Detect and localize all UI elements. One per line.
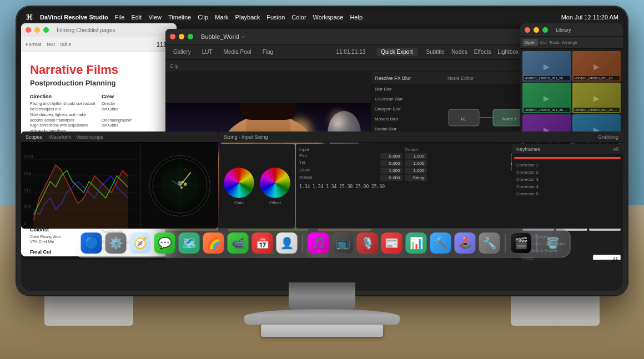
media-tools-btn[interactable]: Tools bbox=[549, 40, 560, 45]
menu-item-mark[interactable]: Mark bbox=[215, 14, 228, 21]
media-thumb-3[interactable]: ▶ H5010C_240810_001_2K.mov bbox=[522, 83, 571, 113]
zoom-out-row: 1.000 bbox=[405, 168, 508, 174]
lightbox-btn[interactable]: Lightbox bbox=[497, 49, 519, 55]
rotate-output-value[interactable]: String bbox=[405, 175, 427, 181]
nodes-btn[interactable]: Nodes bbox=[451, 49, 467, 55]
dock-xcode[interactable]: 🔨 bbox=[430, 232, 451, 254]
node-editor-header: Node Editor bbox=[443, 72, 523, 84]
menu-item-view[interactable]: View bbox=[148, 14, 162, 21]
media-close[interactable] bbox=[525, 27, 530, 33]
media-thumb-2[interactable]: ▶ H5010C_240810_001_2K.mov bbox=[572, 51, 621, 82]
media-maximize[interactable] bbox=[542, 27, 548, 33]
close-button[interactable] bbox=[26, 27, 31, 33]
scopes-panel: Scopes Waveform Vectorscope bbox=[21, 132, 218, 229]
macos-dock: 🔵 ⚙️ 🧭 💬 🗺️ 🌈 📹 📅 👤 🎵 📺 🎙️ 📰 📊 bbox=[74, 229, 571, 257]
doc-toolbar-format[interactable]: Format bbox=[26, 42, 42, 47]
menu-item-help[interactable]: Help bbox=[350, 14, 363, 21]
toolbar-gallery[interactable]: Gallery bbox=[170, 48, 194, 56]
dock-numbers[interactable]: 📊 bbox=[406, 232, 427, 254]
keyframe-corrector3[interactable]: Corrector 3 bbox=[514, 176, 621, 183]
dock-calendar[interactable]: 📅 bbox=[252, 232, 273, 254]
menu-item-fusion[interactable]: Fusion bbox=[266, 14, 285, 21]
zoom-input-value[interactable]: 1.000 bbox=[380, 168, 402, 174]
subtitle-btn[interactable]: Subtitle bbox=[426, 49, 445, 55]
apple-menu-icon[interactable]: ⌘ bbox=[26, 13, 33, 22]
maximize-button[interactable] bbox=[43, 27, 49, 33]
toolbar-flag[interactable]: Flag bbox=[259, 48, 276, 56]
dock-facetime[interactable]: 📹 bbox=[228, 232, 249, 254]
dock-photos[interactable]: 🌈 bbox=[203, 232, 224, 254]
menu-time: Mon Jul 12 11:20 AM bbox=[561, 14, 618, 21]
keyframe-corrector4[interactable]: Corrector 4 bbox=[514, 183, 621, 190]
dock-trash[interactable]: 🗑️ bbox=[542, 232, 564, 254]
menu-item-clip[interactable]: Clip bbox=[198, 14, 208, 21]
menu-item-workspace[interactable]: Workspace bbox=[313, 14, 344, 21]
fx-item-mosaic[interactable]: Mosaic Blur bbox=[371, 114, 443, 124]
dock-podcasts[interactable]: 🎙️ bbox=[357, 232, 378, 254]
vectorscope-label[interactable]: Vectorscope bbox=[76, 134, 104, 140]
menu-item-timeline[interactable]: Timeline bbox=[168, 14, 191, 21]
clip-label[interactable]: Clip bbox=[170, 63, 179, 69]
keyframe-corrector5[interactable]: Corrector 5 bbox=[514, 190, 621, 198]
tilt-output-value[interactable]: 1.000 bbox=[405, 160, 427, 166]
menu-item-file[interactable]: File bbox=[115, 14, 125, 21]
dock-messages[interactable]: 💬 bbox=[154, 232, 175, 254]
gain-wheel[interactable] bbox=[224, 168, 254, 198]
quick-export-btn[interactable]: Quick Export bbox=[376, 48, 417, 56]
fx-item-sharpen[interactable]: Sharpen Blur bbox=[371, 104, 443, 114]
keyframe-corrector1[interactable]: Corrector 1 bbox=[514, 161, 621, 169]
offset-wheel[interactable] bbox=[260, 168, 290, 198]
tilt-input-value[interactable]: 0.000 bbox=[380, 160, 402, 166]
fx-item-blur-blur[interactable]: Blur Blur bbox=[371, 84, 443, 94]
waveform-label[interactable]: Waveform bbox=[49, 134, 72, 140]
doc-toolbar-text[interactable]: Text bbox=[46, 42, 56, 47]
scopes-header: Scopes Waveform Vectorscope bbox=[21, 132, 218, 143]
media-arrange-btn[interactable]: Arrange bbox=[562, 40, 577, 45]
dock-maps[interactable]: 🗺️ bbox=[179, 232, 200, 254]
dock-music[interactable]: 🎵 bbox=[308, 232, 329, 254]
media-cut-btn[interactable]: Cut bbox=[540, 40, 547, 45]
pan-output-value[interactable]: 1.000 bbox=[405, 153, 427, 159]
media-filename-2: H5010C_240810_001_2K.mov bbox=[573, 76, 620, 80]
tilt-out-row: 1.000 bbox=[405, 160, 508, 166]
gain-wheel-container: Gain bbox=[224, 168, 254, 205]
toolbar-media-pool[interactable]: Media Pool bbox=[220, 48, 255, 56]
center-bottom-panels: Sizing - Input Sizing Grabbing bbox=[219, 132, 623, 229]
dock-news[interactable]: 📰 bbox=[381, 232, 402, 254]
menu-item-color[interactable]: Color bbox=[291, 14, 306, 21]
sizing-header-bar: Sizing - Input Sizing Grabbing bbox=[219, 132, 623, 143]
resolve-minimize[interactable] bbox=[179, 34, 184, 39]
media-thumb-4[interactable]: ▶ H5010C_240810_001_2K.mov bbox=[572, 83, 621, 113]
doc-subtitle: Postproduction Planning bbox=[30, 79, 168, 87]
media-minimize[interactable] bbox=[534, 27, 539, 33]
resolve-maximize[interactable] bbox=[188, 34, 193, 39]
fx-item-gaussian[interactable]: Gaussian Blur bbox=[371, 94, 443, 104]
pan-input-value[interactable]: 0.000 bbox=[380, 153, 402, 159]
dock-arcade[interactable]: 🕹️ bbox=[455, 232, 476, 254]
media-open-btn[interactable]: Open bbox=[522, 39, 538, 46]
rows-value[interactable]: 31 bbox=[593, 255, 621, 260]
effects-btn[interactable]: Effects bbox=[474, 49, 491, 55]
menu-item-edit[interactable]: Edit bbox=[131, 14, 142, 21]
dock-davinci[interactable]: 🎬 bbox=[511, 232, 532, 254]
media-thumb-1[interactable]: ▶ H5010C_240810_001_2K.mov bbox=[522, 51, 571, 82]
keyframe-corrector2[interactable]: Corrector 2 bbox=[514, 169, 621, 176]
dock-tv[interactable]: 📺 bbox=[333, 232, 354, 254]
dock-safari[interactable]: 🧭 bbox=[130, 232, 151, 254]
resolve-close[interactable] bbox=[170, 34, 175, 39]
zoom-row: Zoom 1.000 bbox=[299, 168, 402, 174]
minimize-button[interactable] bbox=[34, 27, 40, 33]
menu-item-playback[interactable]: Playback bbox=[235, 14, 260, 21]
doc-toolbar-table[interactable]: Table bbox=[59, 42, 72, 47]
dock-finder[interactable]: 🔵 bbox=[81, 232, 102, 254]
dock-contacts[interactable]: 👤 bbox=[276, 232, 298, 254]
dock-settings[interactable]: 🔧 bbox=[479, 232, 500, 254]
svg-point-46 bbox=[183, 183, 187, 186]
keyboard bbox=[261, 325, 383, 337]
rotate-input-value[interactable]: 0.000 bbox=[380, 175, 402, 181]
toolbar-lut[interactable]: LUT bbox=[199, 48, 216, 56]
menu-item-app[interactable]: DaVinci Resolve Studio bbox=[40, 14, 108, 21]
keyframes-all[interactable]: All bbox=[613, 146, 618, 152]
zoom-output-value[interactable]: 1.000 bbox=[405, 168, 427, 174]
dock-system-prefs[interactable]: ⚙️ bbox=[105, 232, 127, 254]
